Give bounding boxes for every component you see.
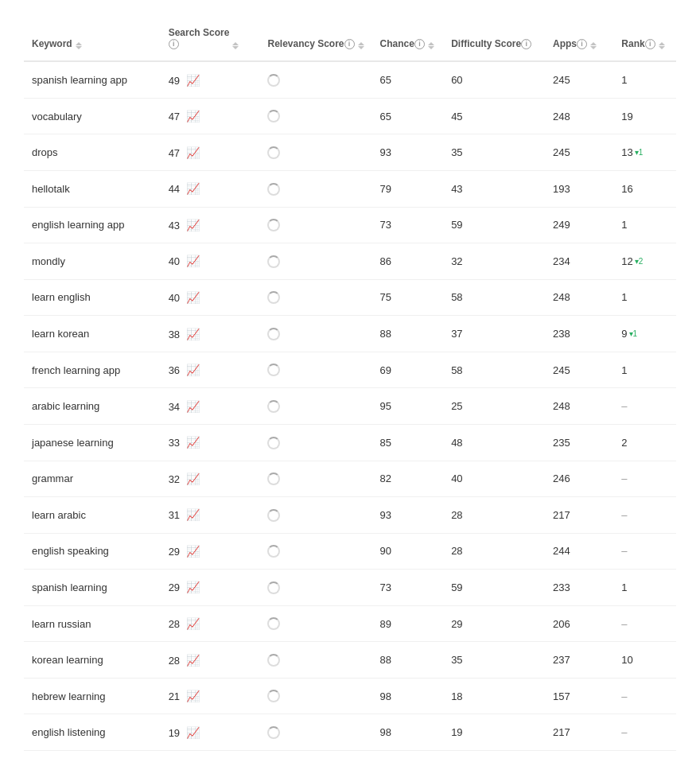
chart-icon[interactable]: 📈 [186,581,200,593]
table-row: french learning app36 📈69582451 [24,352,676,388]
chart-icon[interactable]: 📈 [186,291,200,304]
th-search-score: Search Scorei [161,16,260,61]
chart-icon[interactable]: 📈 [186,436,200,449]
table-row: arabic learning34 📈9525248– [24,388,676,425]
chart-icon[interactable]: 📈 [186,182,200,195]
table-row: drops47 📈933524513 ▾1 [24,134,676,171]
search-score-value: 21 [169,690,180,702]
chance-info-icon[interactable]: i [414,39,425,49]
chart-icon[interactable]: 📈 [186,726,200,739]
chart-icon[interactable]: 📈 [186,364,200,376]
table-row: grammar32 📈8240246– [24,461,676,497]
cell-apps: 217 [545,714,613,751]
chart-icon[interactable]: 📈 [186,255,200,267]
cell-chance: 93 [372,497,444,534]
relevancy-loading-spinner [267,581,280,594]
cell-search-score: 36 📈 [161,352,260,388]
cell-rank: – [613,605,676,642]
chart-icon[interactable]: 📈 [186,328,200,340]
chart-icon[interactable]: 📈 [186,508,200,521]
cell-chance: 79 [372,171,444,208]
rank-dash: – [621,400,627,412]
table-container: Keyword Search Scorei [0,0,700,767]
cell-relevancy [259,316,371,352]
chart-icon[interactable]: 📈 [186,110,200,122]
cell-rank: 12 ▾2 [613,243,676,280]
table-header-row: Keyword Search Scorei [24,16,676,61]
relevancy-info-icon[interactable]: i [344,39,355,49]
table-row: spanish learning29 📈73592331 [24,570,676,606]
rank-value: 1 [621,364,627,376]
search-score-value: 29 [169,581,180,593]
cell-keyword: english speaking [24,533,161,570]
th-chance: Chancei [372,16,444,61]
cell-apps: 248 [545,388,613,425]
difficulty-info-icon[interactable]: i [521,39,531,49]
table-row: korean learning28 📈883523710 [24,642,676,679]
rank-value: 16 [621,183,632,195]
cell-difficulty: 59 [443,570,545,606]
chart-icon[interactable]: 📈 [186,146,200,159]
cell-relevancy [259,533,371,570]
rank-badge: 9 ▾1 [621,328,637,340]
rank-value: 12 [621,255,632,267]
cell-rank: – [613,461,676,497]
cell-search-score: 43 📈 [161,207,260,243]
cell-rank: 2 [613,424,676,461]
cell-difficulty: 28 [443,497,545,534]
th-search-score-label: Search Scorei [169,27,230,49]
relevancy-loading-spinner [267,617,280,630]
cell-keyword: learn english [24,279,161,316]
cell-chance: 98 [372,714,444,751]
cell-chance: 98 [372,678,444,714]
th-chance-label: Chancei [380,38,425,49]
cell-rank: 1 [613,570,676,606]
rank-value: 13 [621,146,632,158]
search-score-info-icon[interactable]: i [169,39,179,49]
cell-relevancy [259,352,371,388]
cell-chance: 89 [372,605,444,642]
cell-chance: 65 [372,61,444,98]
chart-icon[interactable]: 📈 [186,654,200,667]
cell-relevancy [259,424,371,461]
cell-relevancy [259,171,371,208]
cell-relevancy [259,134,371,171]
table-row: spanish learning app49 📈65602451 [24,61,676,98]
th-relevancy: Relevancy Scorei [259,16,371,61]
rank-change: ▾1 [635,148,644,157]
cell-relevancy [259,207,371,243]
th-keyword: Keyword [24,16,161,61]
search-score-value: 40 [169,255,180,267]
search-score-value: 31 [169,509,180,521]
rank-info-icon[interactable]: i [645,39,655,49]
cell-difficulty: 40 [443,461,545,497]
rank-dash: – [621,726,627,738]
search-score-value: 33 [169,437,180,449]
chart-icon[interactable]: 📈 [186,617,200,630]
apps-sort-icon[interactable] [590,42,597,49]
relevancy-loading-spinner [267,690,280,702]
th-apps-label: Appsi [553,38,587,49]
chart-icon[interactable]: 📈 [186,219,200,231]
cell-search-score: 34 📈 [161,388,260,425]
relevancy-sort-icon[interactable] [358,42,364,49]
keyword-sort-icon[interactable] [76,42,82,49]
chart-icon[interactable]: 📈 [186,545,200,558]
chart-icon[interactable]: 📈 [186,472,200,485]
cell-relevancy [259,678,371,714]
cell-keyword: english learning app [24,207,161,243]
apps-info-icon[interactable]: i [577,39,587,49]
cell-keyword: learn russian [24,605,161,642]
chance-sort-icon[interactable] [428,42,434,49]
relevancy-loading-spinner [267,654,280,667]
chart-icon[interactable]: 📈 [186,690,200,702]
search-score-value: 28 [169,655,180,667]
cell-difficulty: 48 [443,424,545,461]
relevancy-loading-spinner [267,364,280,376]
chart-icon[interactable]: 📈 [186,74,200,87]
rank-sort-icon[interactable] [659,42,665,49]
search-score-sort-icon[interactable] [232,42,239,49]
cell-rank: 1 [613,352,676,388]
cell-search-score: 47 📈 [161,98,260,134]
chart-icon[interactable]: 📈 [186,400,200,413]
